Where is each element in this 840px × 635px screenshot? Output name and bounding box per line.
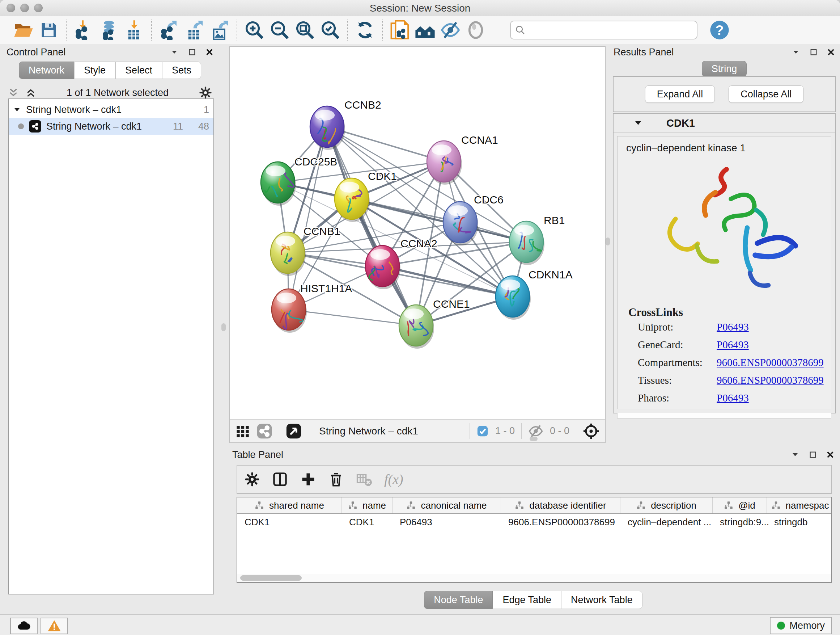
table-cell[interactable]: CDK1 — [342, 514, 393, 530]
table-cell[interactable]: cyclin–dependent ... — [621, 514, 713, 530]
network-node-CCNB2[interactable]: CCNB2 — [310, 99, 381, 150]
network-edge-CCNA2-CDKN1A[interactable] — [382, 266, 513, 296]
table-cell[interactable]: stringdb — [767, 514, 832, 530]
string-badge-icon[interactable] — [256, 423, 272, 439]
search-box[interactable] — [510, 21, 698, 40]
network-node-CDC25B[interactable]: CDC25B — [261, 156, 337, 206]
crosslink-link[interactable]: P06493 — [717, 339, 749, 351]
zoom-fit-button[interactable] — [292, 18, 317, 42]
function-builder-icon[interactable]: f(x) — [384, 471, 403, 487]
grid-icon[interactable] — [235, 424, 250, 439]
network-graph[interactable]: CCNB2CCNA1CDC25BCDK1CDC6RB1CCNB1CCNA2CDK… — [230, 47, 605, 419]
tab-node-table[interactable]: Node Table — [424, 591, 493, 609]
tree-expand-icon[interactable] — [13, 106, 21, 114]
panel-collapse-icon[interactable] — [170, 48, 179, 57]
export-image-button[interactable] — [207, 18, 232, 42]
panel-collapse-icon[interactable] — [791, 48, 800, 57]
crosslink-link[interactable]: 9606.ENSP00000378699 — [717, 374, 824, 386]
table-cell[interactable]: 9606.ENSP00000378699 — [501, 514, 621, 530]
collapse-all-button[interactable]: Collapse All — [729, 86, 804, 103]
table-cell[interactable]: P06493 — [393, 514, 501, 530]
table-settings-gear-icon[interactable] — [245, 472, 260, 487]
tab-select[interactable]: Select — [115, 62, 162, 79]
network-view[interactable]: CCNB2CCNA1CDC25BCDK1CDC6RB1CCNB1CCNA2CDK… — [229, 46, 606, 443]
left-splitter-handle[interactable] — [221, 323, 226, 331]
collapse-all-icon[interactable] — [8, 87, 19, 98]
delete-column-icon[interactable] — [328, 472, 344, 487]
bottom-splitter-handle[interactable] — [530, 437, 538, 441]
gear-icon[interactable] — [199, 86, 212, 99]
node-table[interactable]: shared namenamecanonical namedatabase id… — [237, 497, 832, 583]
selected-checkbox-icon[interactable] — [477, 425, 489, 437]
crosslink-link[interactable]: P06493 — [717, 321, 749, 333]
section-collapse-icon[interactable] — [634, 119, 643, 127]
network-node-CCNA1[interactable]: CCNA1 — [427, 134, 498, 185]
export-table-button[interactable] — [182, 18, 207, 42]
tab-style[interactable]: Style — [74, 62, 115, 79]
panel-close-icon[interactable] — [826, 451, 834, 459]
hide-selected-button[interactable] — [438, 18, 463, 42]
warnings-button[interactable] — [41, 618, 68, 634]
network-node-CDC6[interactable]: CDC6 — [443, 194, 504, 245]
new-network-from-selection-button[interactable] — [387, 18, 412, 42]
panel-float-icon[interactable] — [809, 451, 817, 459]
column-header-shared-name[interactable]: shared name — [237, 497, 342, 513]
network-row[interactable]: String Network – cdk1 11 48 — [9, 118, 213, 135]
export-network-button[interactable] — [156, 18, 182, 42]
table-cell[interactable]: CDK1 — [237, 514, 342, 530]
first-neighbors-button[interactable] — [412, 18, 438, 42]
column-header-database-identifier[interactable]: database identifier — [501, 497, 621, 513]
column-header-description[interactable]: description — [621, 497, 713, 513]
column-header-name[interactable]: name — [342, 497, 393, 513]
cloud-button[interactable] — [10, 618, 38, 634]
crosslink-link[interactable]: P06493 — [717, 392, 749, 404]
zoom-selected-button[interactable] — [317, 18, 343, 42]
import-network-from-file-button[interactable] — [71, 18, 96, 42]
network-node-HIST1H1A[interactable]: HIST1H1A — [272, 282, 352, 333]
panel-close-icon[interactable] — [827, 48, 835, 56]
network-collection-row[interactable]: String Network – cdk1 1 — [9, 101, 213, 118]
open-session-button[interactable] — [11, 18, 36, 42]
tab-network[interactable]: Network — [19, 62, 74, 79]
hscrollbar-thumb[interactable] — [240, 575, 302, 581]
zoom-out-button[interactable] — [267, 18, 292, 42]
panel-float-icon[interactable] — [188, 48, 196, 56]
panel-float-icon[interactable] — [810, 48, 818, 56]
tab-sets[interactable]: Sets — [162, 62, 201, 79]
memory-button[interactable]: Memory — [770, 617, 832, 634]
search-input[interactable] — [529, 24, 692, 36]
network-edge-HIST1H1A-CCNE1[interactable] — [289, 310, 416, 325]
table-cell[interactable]: stringdb:9... — [713, 514, 767, 530]
network-node-CCNE1[interactable]: CCNE1 — [399, 298, 470, 348]
crosslink-link[interactable]: 9606.ENSP00000378699 — [717, 356, 824, 369]
tab-string[interactable]: String — [702, 61, 747, 77]
import-network-from-database-button[interactable] — [96, 18, 122, 42]
expand-all-icon[interactable] — [25, 87, 36, 98]
results-scrollbar[interactable] — [617, 413, 831, 418]
network-edge-CCNB2-CCNE1[interactable] — [327, 127, 416, 325]
panel-collapse-icon[interactable] — [791, 450, 799, 459]
save-session-button[interactable] — [36, 18, 62, 42]
tab-edge-table[interactable]: Edge Table — [493, 591, 561, 609]
column-header-namespac[interactable]: namespac — [767, 497, 832, 513]
network-node-RB1[interactable]: RB1 — [509, 214, 565, 265]
help-button[interactable]: ? — [707, 18, 732, 42]
column-header--id[interactable]: @id — [713, 497, 767, 513]
table-row[interactable]: CDK1CDK1P064939606.ENSP00000378699cyclin… — [237, 514, 831, 530]
panel-close-icon[interactable] — [205, 48, 213, 56]
fit-crosshair-icon[interactable] — [583, 423, 600, 440]
show-all-button[interactable] — [463, 18, 488, 42]
column-header-canonical-name[interactable]: canonical name — [393, 497, 501, 513]
gene-section-header[interactable]: CDK1 — [614, 114, 835, 133]
right-splitter-handle[interactable] — [606, 238, 610, 245]
import-table-from-file-button[interactable] — [122, 18, 147, 42]
expand-all-button[interactable]: Expand All — [645, 86, 715, 103]
add-column-icon[interactable] — [300, 471, 316, 487]
refresh-layout-button[interactable] — [352, 18, 378, 42]
table-hscrollbar[interactable] — [237, 574, 831, 582]
zoom-in-button[interactable] — [242, 18, 267, 42]
tab-network-table[interactable]: Network Table — [561, 591, 643, 609]
delete-table-icon[interactable] — [356, 471, 372, 487]
network-node-CDKN1A[interactable]: CDKN1A — [496, 269, 573, 320]
show-columns-icon[interactable] — [272, 471, 288, 487]
